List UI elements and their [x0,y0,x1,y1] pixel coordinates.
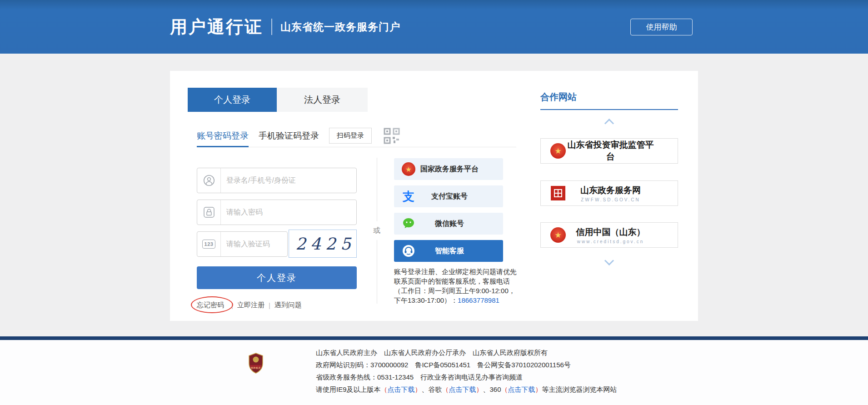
numeric-captcha-icon: 123 [197,232,221,256]
login-method-tabs: 账号密码登录 手机验证码登录 扫码登录 [197,125,516,147]
tab-personal-login[interactable]: 个人登录 [188,88,277,112]
password-input[interactable] [221,208,356,216]
divider-line [377,158,377,221]
national-emblem-icon: ★ [401,162,416,176]
header: 用户通行证 山东省统一政务服务门户 使用帮助 [0,0,868,54]
tab-legal-login[interactable]: 法人登录 [277,88,368,112]
ie-download-link[interactable]: 点击下载 [388,385,415,393]
service-phone-number[interactable]: 18663778981 [458,296,499,304]
help-button[interactable]: 使用帮助 [630,19,693,35]
tab-sms-login[interactable]: 手机验证码登录 [259,125,319,147]
footer-line-2: 政府网站识别码：3700000092 鲁ICP备05051451 鲁公网安备37… [316,359,617,371]
brand: 用户通行证 山东省统一政务服务门户 [170,0,400,54]
chrome-download-link[interactable]: 点击下载 [449,385,476,393]
partner-name: 信用中国（山东） [566,226,655,238]
alipay-login[interactable]: 支 支付宝账号 [394,185,503,207]
shandong-seal-icon [550,186,566,200]
personal-login-button[interactable]: 个人登录 [197,266,357,289]
captcha-field-wrap: 123 [197,231,288,257]
footer-line-1: 山东省人民政府主办 山东省人民政府办公厅承办 山东省人民政府版权所有 [316,346,617,359]
footer: 党政机关 山东省人民政府主办 山东省人民政府办公厅承办 山东省人民政府版权所有 … [0,336,868,405]
login-card: 个人登录 法人登录 账号密码登录 手机验证码登录 扫码登录 [170,71,698,321]
username-input[interactable] [221,176,356,185]
360-download-link[interactable]: 点击下载 [508,385,535,393]
customer-service-icon [401,244,416,258]
tab-password-login[interactable]: 账号密码登录 [197,125,249,147]
or-text: 或 [373,226,380,235]
problems-link[interactable]: 遇到问题 [274,301,302,310]
footer-line-4: 请使用IE9及以上版本（点击下载）、谷歌（点击下载）、360（点击下载）等主流浏… [316,383,617,395]
forgot-password-link[interactable]: 忘记密码 [197,301,224,309]
government-badge-icon: 党政机关 [248,353,264,374]
chevron-down-icon[interactable] [604,256,614,265]
national-emblem-icon: ★ [550,227,566,243]
login-tabs: 个人登录 法人登录 [188,88,368,112]
qr-code-icon[interactable] [384,128,400,144]
login-portal-page: 用户通行证 山东省统一政务服务门户 使用帮助 个人登录 法人登录 账号密码登录 … [0,0,868,405]
password-field-wrap [197,200,357,225]
customer-service-note: 账号登录注册、企业绑定相关问题请优先联系页面中的智能客服系统，客服电话（工作日：… [394,267,520,305]
user-icon [197,168,221,193]
partner-shandong-gov-service[interactable]: 山东政务服务网 ZWFW.SD.GOV.CN [540,180,678,206]
forgot-password-wrap: 忘记密码 [194,300,227,311]
link-divider: | [231,301,233,309]
captcha-input[interactable] [221,240,287,248]
link-divider: | [269,301,270,309]
or-divider: 或 [373,158,381,304]
partner-credit-china[interactable]: ★ 信用中国（山东） www.creditsd.gov.cn [540,222,678,248]
smart-customer-service[interactable]: 智能客服 [394,240,503,262]
alipay-icon: 支 [401,190,416,202]
divider-line [377,240,377,304]
footer-top-bar [0,336,868,340]
footer-line-3: 省级政务服务热线：0531-12345 行政业务咨询电话见办事咨询频道 [316,371,617,383]
register-link[interactable]: 立即注册 [237,301,264,310]
chevron-up-icon[interactable] [604,119,614,128]
tab-scan-login[interactable]: 扫码登录 [329,128,372,144]
wechat-login[interactable]: 微信账号 [394,213,503,235]
national-gov-platform-login[interactable]: ★ 国家政务服务平台 [394,158,503,180]
main-area: 个人登录 法人登录 账号密码登录 手机验证码登录 扫码登录 [0,54,868,336]
partner-investment-platform[interactable]: ★ 山东省投资审批监管平台 [540,138,678,164]
partner-url: ZWFW.SD.GOV.CN [566,197,655,202]
captcha-image[interactable]: 2425 [289,230,357,258]
page-title: 用户通行证 [170,15,263,39]
partner-sites-title: 合作网站 [540,91,577,103]
partner-url: www.creditsd.gov.cn [566,239,655,244]
wechat-icon [401,217,416,230]
national-emblem-icon: ★ [550,143,566,159]
page-subtitle: 山东省统一政务服务门户 [280,20,400,34]
login-links: 忘记密码 | 立即注册 | 遇到问题 [194,300,302,311]
footer-text: 山东省人民政府主办 山东省人民政府办公厅承办 山东省人民政府版权所有 政府网站识… [316,346,617,395]
username-field-wrap [197,168,357,193]
title-divider [271,19,272,35]
partner-sites-underline [540,109,678,110]
partner-name: 山东省投资审批监管平台 [566,139,655,163]
partner-name: 山东政务服务网 [566,185,655,196]
lock-icon [197,200,221,225]
badge-label: 党政机关 [248,366,264,369]
